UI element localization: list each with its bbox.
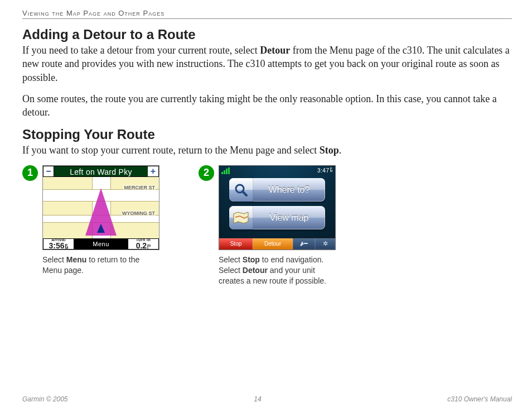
clock-value: 3:47 (317, 167, 329, 174)
stop-button[interactable]: Stop (219, 238, 253, 250)
view-map-label: View map (253, 213, 325, 223)
magnifier-icon (229, 178, 253, 202)
bold-detour: Detour (260, 45, 290, 56)
para-stop: If you want to stop your current route, … (22, 143, 512, 157)
para-detour-1: If you need to take a detour from your c… (22, 44, 512, 84)
turn-in-box[interactable]: Turn In 0.2 m i (128, 238, 159, 250)
arrival-unit: P M (65, 245, 69, 250)
bold-stop: Stop (243, 255, 260, 264)
figure-1-caption: Select Menu to return to the Menu page. (42, 255, 159, 276)
view-map-button[interactable]: View map (229, 206, 325, 229)
map-icon (229, 206, 253, 229)
para-detour-2: On some routes, the route you are curren… (22, 92, 512, 119)
brightness-icon: ✲ (323, 240, 328, 247)
turnin-unit: m i (147, 245, 151, 250)
street-label: WYOMING ST (122, 210, 156, 216)
zoom-out-button[interactable]: − (43, 166, 54, 177)
running-head: Viewing the Map Page and Other Pages (22, 9, 512, 19)
turnin-value: 0.2 (136, 242, 147, 250)
figure-2: 2 3:47P M Where to? (199, 165, 336, 286)
arrival-value: 3:56 (49, 242, 65, 250)
brightness-button[interactable]: ✲ (315, 238, 335, 250)
text: Select (42, 255, 66, 264)
figure-1: 1 − Left on Ward Pky + MERCIER ST (22, 165, 159, 286)
screenshot-menu: 3:47P M Where to? View map (219, 165, 336, 250)
clock: 3:47P M (317, 167, 333, 174)
zoom-in-button[interactable]: + (148, 166, 159, 177)
figure-2-caption: Select Stop to end navigation. Select De… (219, 255, 336, 286)
map-canvas[interactable]: MERCIER ST WYOMING ST (43, 177, 159, 238)
bold-detour: Detour (243, 266, 268, 275)
bold-menu: Menu (66, 255, 87, 264)
settings-button[interactable] (293, 238, 315, 250)
step-number-1: 1 (22, 165, 38, 181)
footer-center: 14 (254, 395, 261, 403)
satellite-icon[interactable] (221, 167, 230, 174)
wrench-icon (299, 240, 308, 248)
text: Select (219, 255, 243, 264)
text: . (339, 145, 342, 156)
text: If you need to take a detour from your c… (22, 45, 260, 56)
street-label: MERCIER ST (123, 185, 156, 190)
footer: Garmin © 2005 14 c310 Owner's Manual (22, 395, 512, 403)
step-number-2: 2 (199, 165, 214, 181)
footer-right: c310 Owner's Manual (447, 395, 512, 403)
arrival-box[interactable]: Arrival 3:56 P M (43, 238, 74, 250)
menu-button[interactable]: Menu (74, 238, 128, 250)
heading-stop: Stopping Your Route (22, 127, 512, 142)
screenshot-map: − Left on Ward Pky + MERCIER ST WYOMING … (42, 165, 159, 250)
bold-stop: Stop (320, 145, 339, 156)
footer-left: Garmin © 2005 (22, 395, 68, 403)
svg-line-1 (243, 191, 246, 195)
clock-unit: P M (330, 167, 333, 172)
where-to-label: Where to? (253, 185, 325, 195)
heading-detour: Adding a Detour to a Route (22, 27, 512, 42)
text: If you want to stop your current route, … (22, 145, 320, 156)
detour-button[interactable]: Detour (253, 238, 293, 250)
where-to-button[interactable]: Where to? (229, 178, 325, 202)
next-turn-banner[interactable]: Left on Ward Pky (54, 166, 148, 177)
vehicle-icon (97, 224, 105, 233)
svg-rect-3 (304, 243, 308, 244)
